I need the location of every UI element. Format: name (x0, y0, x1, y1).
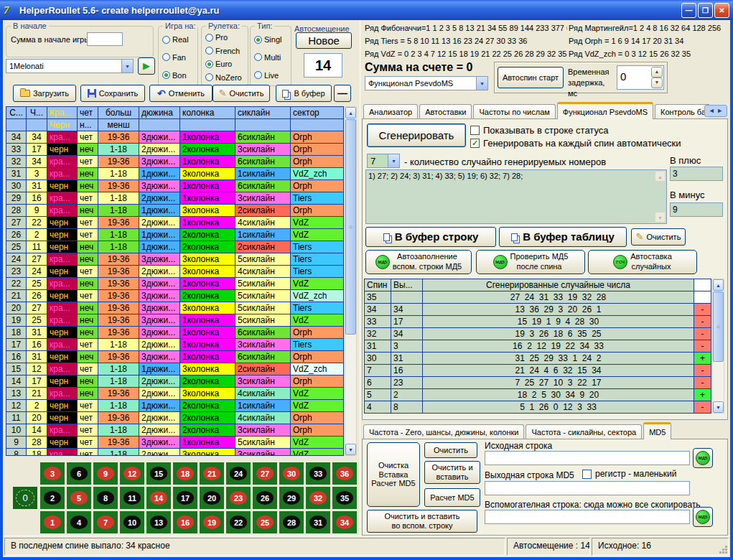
checkbox-icon[interactable] (582, 470, 592, 479)
spin-number[interactable]: 4 (365, 401, 391, 413)
roulette-number-22[interactable]: 22 (226, 511, 251, 533)
spin-number[interactable]: 34 (365, 304, 391, 315)
table-cell[interactable]: 21 (6, 290, 26, 302)
table-cell[interactable]: 10 (6, 424, 26, 436)
roulette-number-31[interactable]: 31 (306, 511, 330, 533)
spin-number[interactable]: 6 (365, 377, 391, 388)
md5-action-button-1[interactable]: МД5Автозаполнение вспом. строки МД5 (365, 250, 472, 274)
md5-clear-paste-button[interactable]: Очистить и вставить (424, 461, 480, 484)
tab-Анализатор[interactable]: Анализатор (363, 104, 418, 119)
table-cell[interactable]: 12 (6, 400, 26, 411)
md5-source-icon-button[interactable]: МД5 (693, 448, 713, 468)
helper-string-input[interactable] (485, 510, 690, 524)
start-sum-input[interactable] (87, 32, 123, 46)
table-cell[interactable]: 24 (6, 253, 26, 265)
generate-button[interactable]: Сгенерировать (367, 123, 466, 147)
maximize-button[interactable]: ❐ (698, 3, 713, 18)
spin-number[interactable]: 5 (365, 389, 391, 401)
table-cell[interactable]: 23 (6, 266, 26, 277)
checkbox-icon[interactable]: ✓ (470, 139, 480, 148)
table-cell[interactable]: 20 (6, 302, 26, 314)
spin-number[interactable]: 33 (365, 316, 391, 327)
toolbar-button-1[interactable]: Загрузить (13, 85, 76, 102)
roulette-number-25[interactable]: 25 (253, 511, 277, 533)
scroll-down-icon[interactable]: ▼ (655, 212, 666, 223)
md5-action-button-3[interactable]: ГСЧАвтоставка случайных (588, 250, 697, 274)
radio-icon[interactable] (254, 71, 262, 79)
buffer-table-button[interactable]: В буфер таблицу (499, 227, 627, 247)
tab-Функционал PsevdoMS[interactable]: Функционал PsevdoMS (557, 102, 653, 119)
radio-Singl[interactable]: Singl (254, 35, 291, 44)
output-string-input[interactable] (485, 481, 690, 495)
radio-icon[interactable] (162, 71, 170, 79)
table-cell[interactable]: 15 (6, 363, 26, 375)
scroll-down-icon[interactable]: ▼ (345, 444, 356, 455)
close-button[interactable]: ✕ (714, 3, 729, 18)
generated-table-scrollbar[interactable]: ▲ ≡ ▼ (712, 279, 724, 414)
table-cell[interactable]: 9 (6, 437, 26, 448)
roulette-number-19[interactable]: 19 (200, 511, 224, 533)
table-cell[interactable]: 16 (6, 351, 26, 363)
radio-Multi[interactable]: Multi (254, 53, 291, 62)
scroll-down-icon[interactable]: ▼ (713, 401, 724, 413)
preset-combo[interactable]: 1Melonati ▼ (6, 59, 134, 73)
functional-combo[interactable]: Функционал PsevdoMS ▼ (365, 76, 488, 90)
tab-Частота - сиклайны, сектора[interactable]: Частота - сиклайны, сектора (526, 424, 642, 439)
roulette-number-23[interactable]: 23 (226, 487, 251, 509)
radio-icon[interactable] (205, 73, 213, 81)
tab-Контроль банкролл[interactable]: Контроль банкролл (655, 104, 709, 119)
scroll-up-icon[interactable]: ▲ (713, 279, 724, 291)
toolbar-button-2[interactable]: Сохранить (80, 85, 145, 102)
radio-Live[interactable]: Live (254, 71, 291, 80)
plus-value-field[interactable] (670, 167, 723, 181)
count-combo[interactable]: 7 ▼ (367, 154, 400, 168)
spin-up-icon[interactable]: ▲ (651, 67, 663, 78)
generated-numbers-textarea[interactable]: 1) 27; 2) 24; 3) 31; 4) 33; 5) 19; 6) 32… (365, 169, 667, 224)
scroll-up-icon[interactable]: ▲ (345, 107, 356, 118)
table-cell[interactable]: 14 (6, 375, 26, 387)
autoshift-new-button[interactable]: Новое (296, 32, 352, 49)
table-cell[interactable]: 27 (6, 217, 26, 228)
chevron-down-icon[interactable]: ▼ (476, 77, 487, 90)
chevron-down-icon[interactable]: ▼ (121, 60, 133, 73)
radio-icon[interactable] (254, 36, 262, 44)
roulette-number-20[interactable]: 20 (200, 487, 224, 509)
source-string-input[interactable] (485, 451, 690, 465)
toolbar-button-5[interactable]: В буфер (276, 85, 332, 102)
table-cell[interactable]: 19 (6, 314, 26, 326)
table-cell[interactable]: 13 (6, 388, 26, 399)
checkbox-show-status[interactable]: Показывать в строке статуса (470, 125, 609, 136)
tab-Частота - Zero, шансы, дюжины, колонки[interactable]: Частота - Zero, шансы, дюжины, колонки (363, 424, 524, 439)
tab-scroll-arrows[interactable]: ◄ ► (704, 105, 727, 117)
radio-NoZero[interactable]: NoZero (205, 73, 248, 82)
table-cell[interactable]: 22 (6, 278, 26, 289)
roulette-number-35[interactable]: 35 (332, 487, 357, 509)
clear-paste-helper-button[interactable]: Очистить и вставить во вспом. строку (367, 510, 477, 533)
roulette-number-21[interactable]: 21 (200, 462, 224, 485)
roulette-number-10[interactable]: 10 (120, 511, 144, 533)
md5-big-button[interactable]: Очистка Вставка Расчет MD5 (367, 442, 420, 507)
roulette-number-27[interactable]: 27 (253, 462, 277, 485)
table-cell[interactable]: 32 (6, 156, 26, 167)
radio-Bon[interactable]: Bon (162, 71, 197, 80)
toolbar-button-3[interactable]: ↶Отменить (149, 85, 213, 102)
radio-Euro[interactable]: Euro (205, 60, 248, 68)
tab-Частоты по числам[interactable]: Частоты по числам (473, 104, 555, 119)
roulette-number-17[interactable]: 17 (173, 487, 197, 509)
table-cell[interactable]: 33 (6, 144, 26, 155)
md5-calc-button[interactable]: Расчет MD5 (424, 488, 480, 507)
table-cell[interactable]: 29 (6, 192, 26, 204)
spin-number[interactable]: 31 (365, 340, 391, 352)
roulette-number-4[interactable]: 4 (67, 511, 91, 533)
table-cell[interactable]: 28 (6, 205, 26, 216)
md5-helper-icon-button[interactable]: МД5 (693, 507, 713, 527)
roulette-number-28[interactable]: 28 (279, 511, 304, 533)
toolbar-button-4[interactable]: ✎Очистить (213, 85, 270, 102)
radio-icon[interactable] (205, 34, 213, 42)
roulette-number-12[interactable]: 12 (120, 462, 144, 485)
spin-number[interactable]: 30 (365, 353, 391, 364)
roulette-number-32[interactable]: 32 (306, 487, 330, 509)
roulette-number-26[interactable]: 26 (253, 487, 277, 509)
resize-grip[interactable] (725, 551, 727, 554)
radio-icon[interactable] (254, 53, 262, 61)
